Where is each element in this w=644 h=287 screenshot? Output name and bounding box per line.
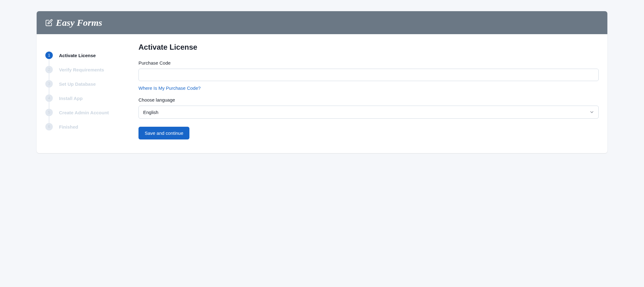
step-label: Set Up Database [59,81,96,87]
step-create-admin-account: 5 Create Admin Account [45,109,131,123]
step-number: 4 [45,94,53,102]
language-select[interactable]: English [138,106,599,119]
save-continue-button[interactable]: Save and continue [138,127,189,139]
steps-sidebar: 1 Activate License 2 Verify Requirements… [45,43,138,139]
language-select-wrapper: English [138,106,599,119]
purchase-code-help-link[interactable]: Where Is My Purchase Code? [138,85,201,91]
language-group: Choose language English [138,97,599,119]
language-label: Choose language [138,97,599,102]
step-number: 2 [45,66,53,73]
page-title: Activate License [138,43,599,52]
purchase-code-input[interactable] [138,69,599,81]
step-label: Finished [59,124,78,130]
step-number: 3 [45,80,53,88]
installer-card: Easy Forms 1 Activate License 2 Verify R… [37,11,607,153]
card-body: 1 Activate License 2 Verify Requirements… [37,34,607,153]
step-label: Verify Requirements [59,67,104,72]
step-finished: 6 Finished [45,123,131,130]
step-number: 5 [45,109,53,116]
main-content: Activate License Purchase Code Where Is … [138,43,599,139]
edit-icon [45,19,53,26]
purchase-code-group: Purchase Code Where Is My Purchase Code? [138,60,599,91]
step-verify-requirements: 2 Verify Requirements [45,66,131,80]
card-header: Easy Forms [37,11,607,34]
steps-list: 1 Activate License 2 Verify Requirements… [45,52,131,130]
step-number: 6 [45,123,53,130]
purchase-code-label: Purchase Code [138,60,599,66]
brand-name: Easy Forms [56,18,102,27]
step-activate-license: 1 Activate License [45,52,131,66]
step-install-app: 4 Install App [45,94,131,109]
step-label: Install App [59,96,83,101]
step-number: 1 [45,52,53,59]
brand-logo: Easy Forms [45,18,102,27]
step-label: Activate License [59,53,96,58]
step-set-up-database: 3 Set Up Database [45,80,131,94]
step-label: Create Admin Account [59,110,109,115]
